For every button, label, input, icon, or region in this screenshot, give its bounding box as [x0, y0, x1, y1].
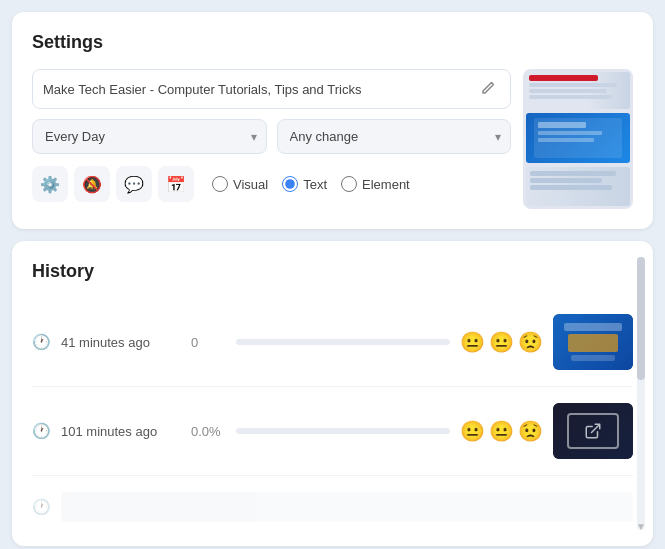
frequency-select-wrap: Every Day Every Hour Every Week	[32, 119, 267, 154]
url-row: Make Tech Easier - Computer Tutorials, T…	[32, 69, 511, 109]
calendar-button[interactable]: 📅	[158, 166, 194, 202]
history-card: History ▼ 🕐 41 minutes ago 0 😐 😐 😟	[12, 241, 653, 546]
bell-off-button[interactable]: 🔕	[74, 166, 110, 202]
text-label: Text	[303, 177, 327, 192]
emoji-group-2: 😐 😐 😟	[460, 421, 543, 441]
comparison-type-group: Visual Text Element	[212, 176, 410, 192]
history-bar-wrap-2	[236, 428, 450, 434]
history-title: History	[32, 261, 633, 282]
emoji-neutral-4[interactable]: 😐	[489, 421, 514, 441]
icons-row: ⚙️ 🔕 💬 📅 Visual	[32, 166, 511, 202]
history-value-2: 0.0%	[191, 424, 226, 439]
history-value-1: 0	[191, 335, 226, 350]
visual-radio-label[interactable]: Visual	[212, 176, 268, 192]
scroll-down-arrow[interactable]: ▼	[636, 521, 646, 532]
site-thumbnail	[523, 69, 633, 209]
history-list: 🕐 41 minutes ago 0 😐 😐 😟	[32, 298, 633, 526]
settings-left: Make Tech Easier - Computer Tutorials, T…	[32, 69, 511, 202]
visual-label: Visual	[233, 177, 268, 192]
chat-icon: 💬	[124, 175, 144, 194]
element-label: Element	[362, 177, 410, 192]
history-time-1: 41 minutes ago	[61, 335, 181, 350]
emoji-sad-2[interactable]: 😟	[518, 421, 543, 441]
bell-off-icon: 🔕	[82, 175, 102, 194]
emoji-neutral-2[interactable]: 😐	[489, 332, 514, 352]
settings-title: Settings	[32, 32, 633, 53]
history-thumb-2[interactable]	[553, 403, 633, 459]
gear-icon: ⚙️	[40, 175, 60, 194]
emoji-neutral-3[interactable]: 😐	[460, 421, 485, 441]
external-link-icon	[584, 422, 602, 440]
scrollbar-thumb[interactable]	[637, 257, 645, 380]
emoji-sad-1[interactable]: 😟	[518, 332, 543, 352]
chat-button[interactable]: 💬	[116, 166, 152, 202]
url-text: Make Tech Easier - Computer Tutorials, T…	[43, 82, 476, 97]
history-time-2: 101 minutes ago	[61, 424, 181, 439]
settings-card: Settings Make Tech Easier - Computer Tut…	[12, 12, 653, 229]
text-radio-label[interactable]: Text	[282, 176, 327, 192]
element-radio[interactable]	[341, 176, 357, 192]
edit-icon	[480, 80, 496, 96]
text-radio[interactable]	[282, 176, 298, 192]
element-radio-label[interactable]: Element	[341, 176, 410, 192]
selects-row: Every Day Every Hour Every Week Any chan…	[32, 119, 511, 154]
history-bar-wrap-1	[236, 339, 450, 345]
emoji-group-1: 😐 😐 😟	[460, 332, 543, 352]
history-thumb-1[interactable]	[553, 314, 633, 370]
edit-url-button[interactable]	[476, 78, 500, 100]
clock-icon-1: 🕐	[32, 333, 51, 351]
settings-content: Make Tech Easier - Computer Tutorials, T…	[32, 69, 633, 209]
calendar-icon: 📅	[166, 175, 186, 194]
clock-icon-3: 🕐	[32, 498, 51, 516]
gear-button[interactable]: ⚙️	[32, 166, 68, 202]
clock-icon-2: 🕐	[32, 422, 51, 440]
history-item-2: 🕐 101 minutes ago 0.0% 😐 😐 😟	[32, 387, 633, 476]
visual-radio[interactable]	[212, 176, 228, 192]
emoji-neutral-1[interactable]: 😐	[460, 332, 485, 352]
thumb-mid-strip	[526, 113, 630, 162]
change-select[interactable]: Any change Major change Minor change	[277, 119, 512, 154]
history-item: 🕐 41 minutes ago 0 😐 😐 😟	[32, 298, 633, 387]
change-select-wrap: Any change Major change Minor change	[277, 119, 512, 154]
history-item-3: 🕐	[32, 476, 633, 526]
scrollbar-track[interactable]: ▼	[637, 257, 645, 530]
thumb-bot-strip	[526, 167, 630, 206]
thumb-top-strip	[526, 72, 630, 109]
partial-thumb-preview	[61, 492, 633, 522]
frequency-select[interactable]: Every Day Every Hour Every Week	[32, 119, 267, 154]
